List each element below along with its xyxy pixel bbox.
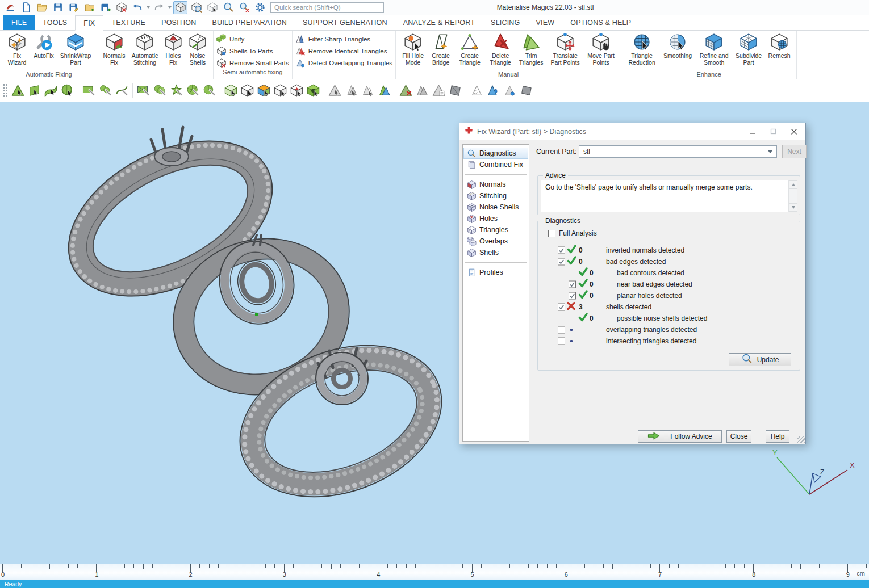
mark-shell-icon[interactable]	[59, 82, 76, 99]
mark-triangle-icon[interactable]	[10, 82, 26, 99]
close-icon[interactable]	[786, 125, 803, 138]
sidebar-item-profiles[interactable]: Profiles	[463, 267, 528, 278]
automatic-stitching-button[interactable]: Automatic Stitching	[128, 31, 161, 66]
settings-gear-icon[interactable]	[253, 1, 267, 14]
full-analysis-checkbox[interactable]	[548, 230, 555, 237]
mark-triangle-tool-icon[interactable]	[327, 82, 343, 99]
diagnostic-checkbox[interactable]	[558, 338, 565, 345]
sidebar-item-normals[interactable]: Normals	[463, 179, 528, 190]
magics-logo-icon[interactable]	[3, 1, 17, 14]
hole-outline-tool-icon[interactable]	[469, 82, 485, 99]
filter-sharp-triangles-button[interactable]: Filter Sharp Triangles	[295, 33, 392, 44]
freeform-selection-icon[interactable]	[114, 82, 130, 99]
update-button[interactable]: Update	[729, 353, 791, 366]
cube-selection-icon[interactable]	[223, 82, 239, 99]
noise-shells-button[interactable]: Noise Shells	[185, 31, 210, 66]
tab-build-preparation[interactable]: BUILD PREPARATION	[204, 15, 295, 30]
help-button[interactable]: Help	[766, 430, 789, 443]
minimize-button[interactable]	[743, 125, 761, 138]
redo-dropdown-icon[interactable]	[168, 6, 172, 9]
tab-texture[interactable]: TEXTURE	[103, 15, 153, 30]
smoothing-button[interactable]: Smoothing	[659, 31, 696, 59]
ring-model-1[interactable]	[43, 110, 298, 328]
search-input[interactable]	[270, 2, 384, 13]
shells-to-parts-button[interactable]: Shells To Parts	[216, 45, 289, 56]
pie-selection-icon[interactable]	[185, 82, 201, 99]
ring-model-3[interactable]	[218, 318, 463, 524]
tab-slicing[interactable]: SLICING	[483, 15, 528, 30]
save-part-icon[interactable]	[98, 1, 112, 14]
zoom-part-icon[interactable]	[189, 1, 203, 14]
add-part-icon[interactable]	[82, 1, 97, 14]
fix-wizard-button[interactable]: Fix Wizard	[4, 31, 30, 66]
sidebar-item-combined-fix[interactable]: Combined Fix	[463, 159, 528, 170]
normals-fix-button[interactable]: Normals Fix	[100, 31, 128, 66]
fill-marked-hole-icon[interactable]	[485, 82, 502, 99]
delete-triangle-button[interactable]: Delete Triangle	[485, 31, 516, 66]
undo-icon[interactable]	[130, 1, 144, 14]
remove-identical-triangles-button[interactable]: Remove Identical Triangles	[295, 45, 392, 56]
current-part-select[interactable]: stl	[579, 145, 777, 158]
sector-selection-icon[interactable]	[201, 82, 218, 99]
view-cube-icon[interactable]	[173, 1, 187, 14]
mark-surface-icon[interactable]	[43, 82, 59, 99]
fill-hole-mode-button[interactable]: Fill Hole Mode	[399, 31, 427, 66]
holes-fix-button[interactable]: Holes Fix	[161, 31, 185, 66]
diagnostic-checkbox[interactable]	[558, 247, 565, 254]
zoom-out-icon[interactable]	[237, 1, 251, 14]
undo-dropdown-icon[interactable]	[147, 6, 150, 9]
advice-scrollbar[interactable]	[788, 180, 797, 212]
remesh-button[interactable]: Remesh	[765, 31, 793, 59]
cube-socket-selection-icon[interactable]	[305, 82, 321, 99]
scroll-down-icon[interactable]	[789, 203, 797, 212]
redo-icon[interactable]	[152, 1, 166, 14]
tab-file[interactable]: FILE	[3, 15, 35, 30]
sidebar-item-stitching[interactable]: Stitching	[463, 190, 528, 201]
marked-triangles-info-icon[interactable]	[431, 82, 447, 99]
refine-and-smooth-button[interactable]: Refine and Smooth	[696, 31, 732, 66]
tab-options-help[interactable]: OPTIONS & HELP	[562, 15, 639, 30]
diagnostic-checkbox[interactable]	[558, 258, 565, 266]
toolbar-grip[interactable]	[3, 83, 7, 98]
bounding-box-icon[interactable]	[205, 1, 219, 14]
invert-marked-icon[interactable]	[447, 82, 463, 99]
next-button[interactable]: Next	[782, 145, 807, 158]
plain-cube-selection-icon[interactable]	[272, 82, 289, 99]
scroll-up-icon[interactable]	[789, 180, 797, 189]
tab-tools[interactable]: TOOLS	[35, 15, 75, 30]
sidebar-item-diagnostics[interactable]: Diagnostics	[463, 148, 528, 159]
triangle-reduction-button[interactable]: Triangle Reduction	[624, 31, 659, 66]
colored-cube-selection-icon[interactable]	[256, 82, 272, 99]
create-triangle-button[interactable]: Create Triangle	[454, 31, 485, 66]
cube-clear-selection-icon[interactable]	[239, 82, 256, 99]
diagnostic-checkbox[interactable]	[558, 326, 565, 334]
mark-surface-tool-icon[interactable]	[360, 82, 376, 99]
sidebar-item-triangles[interactable]: Triangles	[463, 224, 528, 236]
translate-part-points-button[interactable]: Translate Part Points	[546, 31, 584, 66]
remove-small-parts-button[interactable]: Remove Small Parts	[216, 57, 289, 68]
star-selection-icon[interactable]	[168, 82, 185, 99]
diagnostic-checkbox[interactable]	[569, 281, 576, 288]
window-selection-icon[interactable]	[135, 82, 152, 99]
follow-advice-button[interactable]: Follow Advice	[638, 430, 722, 443]
create-bridge-button[interactable]: Create Bridge	[427, 31, 454, 66]
zoom-in-icon[interactable]	[221, 1, 235, 14]
ellipse-selection-icon[interactable]	[97, 82, 114, 99]
open-file-icon[interactable]	[35, 1, 49, 14]
sidebar-item-shells[interactable]: Shells	[463, 247, 528, 258]
trim-triangles-button[interactable]: Trim Triangles	[516, 31, 546, 66]
unmark-triangles-icon[interactable]	[414, 82, 431, 99]
brush-selection-icon[interactable]	[152, 82, 168, 99]
save-icon[interactable]	[51, 1, 65, 14]
sidebar-item-overlaps[interactable]: Overlaps	[463, 236, 528, 247]
subdivide-part-button[interactable]: Subdivide Part	[732, 31, 765, 66]
delete-marked-triangles-icon[interactable]	[398, 82, 414, 99]
autofix-button[interactable]: AutoFix	[30, 31, 57, 59]
sidebar-item-noise-shells[interactable]: Noise Shells	[463, 201, 528, 213]
tab-analyze-report[interactable]: ANALYZE & REPORT	[395, 15, 483, 30]
tab-fix[interactable]: FIX	[75, 15, 103, 31]
move-part-points-button[interactable]: Move Part Points	[584, 31, 618, 66]
new-scene-icon[interactable]	[19, 1, 33, 14]
tab-position[interactable]: POSITION	[153, 15, 204, 30]
unify-button[interactable]: Unify	[216, 33, 289, 44]
